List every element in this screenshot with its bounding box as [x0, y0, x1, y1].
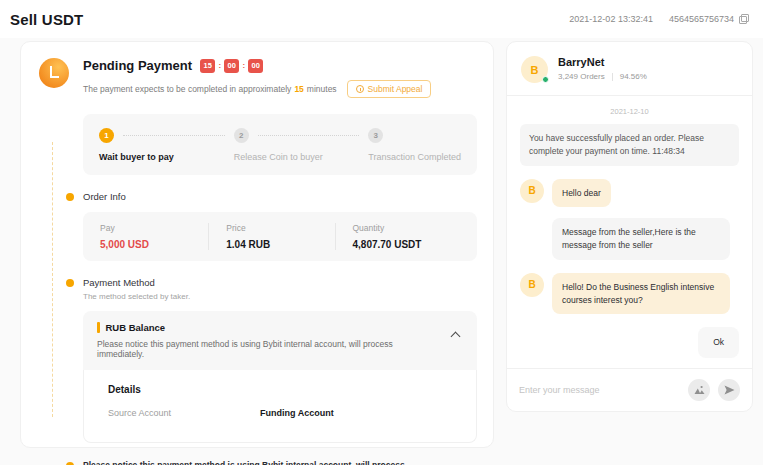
pending-clock-icon: [39, 58, 69, 88]
minutes-highlight: 15: [294, 84, 303, 94]
message-bubble: Hello! Do the Business English intensive…: [552, 273, 730, 315]
quantity-label: Quantity: [353, 223, 477, 233]
meta-divider: [612, 73, 613, 81]
timer-minutes: 00: [224, 59, 239, 73]
method-note: Please notice this payment method is usi…: [97, 339, 441, 359]
order-info-dot: [66, 193, 74, 201]
step-2-label: Release Coin to buyer: [234, 152, 369, 162]
payment-method-title: Payment Method: [83, 277, 477, 288]
seller-orders: 3,249 Orders: [558, 72, 605, 81]
chevron-up-icon[interactable]: [451, 332, 461, 342]
send-message-button[interactable]: [718, 379, 740, 401]
chat-header: B BarryNet 3,249 Orders 94.56%: [507, 42, 752, 96]
chat-message-seller: B Hello! Do the Business English intensi…: [520, 273, 739, 315]
message-bubble: Message from the seller,Here is the mess…: [552, 218, 730, 260]
source-account-label: Source Account: [108, 408, 260, 418]
pay-label: Pay: [100, 223, 208, 233]
pay-value: 5,000 USD: [100, 239, 208, 250]
chat-message-seller-note: Message from the seller,Here is the mess…: [520, 218, 739, 260]
order-info-title: Order Info: [83, 191, 477, 202]
step-wait-buyer: 1 Wait buyer to pay: [99, 128, 234, 162]
step-transaction-completed: 3 Transaction Completed: [368, 128, 461, 162]
progress-stepper: 1 Wait buyer to pay 2 Release Coin to bu…: [83, 114, 477, 175]
order-quantity-col: Quantity 4,807.70 USDT: [335, 223, 477, 250]
payment-method-details: Details Source Account Funding Account: [83, 370, 477, 443]
step-3-label: Transaction Completed: [368, 152, 461, 162]
seller-avatar[interactable]: B: [521, 56, 548, 83]
seller-completion-rate: 94.56%: [620, 72, 647, 81]
timeline-line: [52, 142, 53, 417]
order-pay-col: Pay 5,000 USD: [83, 223, 208, 250]
message-avatar: B: [520, 179, 544, 203]
source-account-value: Funding Account: [260, 408, 334, 418]
bottom-notice: Please notice this payment method is usi…: [83, 460, 477, 465]
payment-method-subtitle: The method selected by taker.: [83, 292, 477, 301]
quantity-value: 4,807.70 USDT: [353, 239, 477, 250]
step-2-circle: 2: [234, 128, 249, 143]
order-detail-card: Pending Payment 15 : 00 : 00 The payment…: [20, 41, 494, 448]
order-info-box: Pay 5,000 USD Price 1.04 RUB Quantity 4,…: [83, 212, 477, 261]
message-avatar: B: [520, 273, 544, 297]
order-number: 4564565756734: [669, 14, 734, 24]
message-bubble: Ok: [698, 327, 739, 358]
copy-icon[interactable]: [739, 14, 749, 24]
page-title: Sell USDT: [10, 11, 83, 28]
chat-date: 2021-12-10: [520, 107, 739, 116]
chat-message-input[interactable]: [519, 385, 680, 395]
chat-message-own: Ok: [520, 327, 739, 358]
price-value: 1.04 RUB: [226, 239, 334, 250]
image-icon: [694, 385, 705, 395]
send-icon: [724, 385, 735, 395]
chat-input-bar: [507, 368, 752, 411]
order-price-col: Price 1.04 RUB: [208, 223, 334, 250]
chat-panel: B BarryNet 3,249 Orders 94.56% 2021-12-1…: [506, 41, 753, 412]
countdown-timer: 15 : 00 : 00: [200, 59, 263, 73]
top-bar: Sell USDT 2021-12-02 13:32:41 4564565756…: [0, 0, 763, 38]
online-status-dot: [542, 76, 549, 83]
timer-seconds: 00: [248, 59, 263, 73]
order-timestamp: 2021-12-02 13:32:41: [569, 14, 653, 24]
source-account-row: Source Account Funding Account: [108, 408, 462, 418]
timer-hours: 15: [200, 59, 215, 73]
payment-method-header[interactable]: RUB Balance Please notice this payment m…: [83, 311, 477, 370]
submit-appeal-button[interactable]: Submit Appeal: [347, 80, 432, 98]
pending-payment-title: Pending Payment: [83, 58, 192, 73]
price-label: Price: [226, 223, 334, 233]
step-release-coin: 2 Release Coin to buyer: [234, 128, 369, 162]
appeal-clock-icon: [356, 85, 364, 93]
details-title: Details: [108, 384, 462, 395]
chat-message-seller: B Hello dear: [520, 179, 739, 208]
chat-message-list[interactable]: 2021-12-10 You have successfully placed …: [507, 96, 752, 368]
avatar-letter: B: [531, 64, 539, 76]
step-3-circle: 3: [368, 128, 383, 143]
attach-image-button[interactable]: [688, 379, 710, 401]
accent-bar: [97, 322, 100, 333]
step-1-circle: 1: [99, 128, 114, 143]
step-1-label: Wait buyer to pay: [99, 152, 234, 162]
method-name: RUB Balance: [106, 322, 166, 333]
payment-method-dot: [66, 279, 74, 287]
pending-description: The payment expects to be completed in a…: [83, 80, 431, 98]
message-bubble: Hello dear: [552, 179, 611, 208]
system-message: You have successfully placed an order. P…: [520, 124, 739, 166]
seller-name[interactable]: BarryNet: [558, 56, 647, 68]
